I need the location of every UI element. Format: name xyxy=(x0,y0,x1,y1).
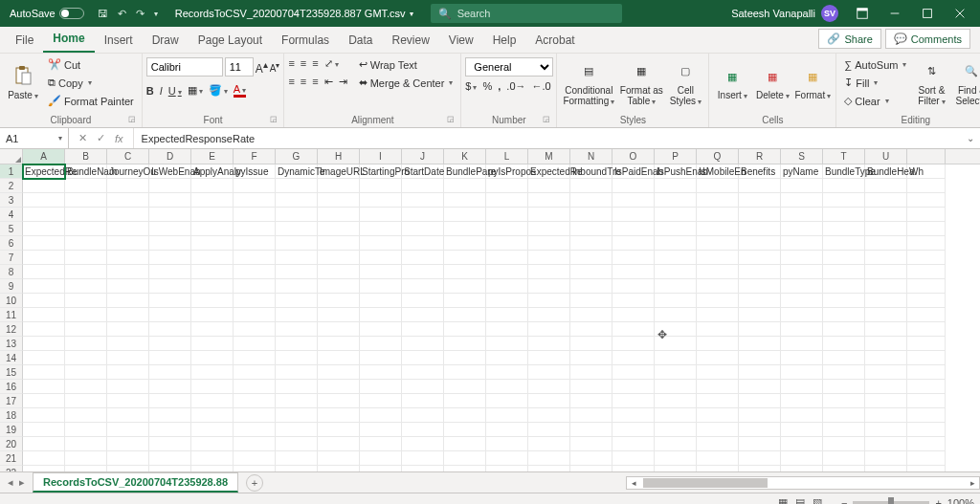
cell[interactable] xyxy=(739,466,781,471)
cell[interactable] xyxy=(697,351,739,365)
cell[interactable] xyxy=(65,179,107,193)
cell[interactable] xyxy=(612,265,655,279)
cell[interactable] xyxy=(191,251,234,265)
cell[interactable] xyxy=(234,322,276,337)
cell[interactable] xyxy=(23,193,65,208)
share-button[interactable]: 🔗Share xyxy=(818,29,880,49)
cell[interactable] xyxy=(739,437,781,451)
cell[interactable] xyxy=(444,423,486,437)
cell[interactable] xyxy=(107,466,149,471)
cell[interactable] xyxy=(402,279,444,294)
cell[interactable] xyxy=(234,466,276,471)
cell[interactable] xyxy=(823,179,865,193)
save-icon[interactable]: 🖫 xyxy=(98,8,108,19)
cell[interactable] xyxy=(318,337,360,351)
cell[interactable] xyxy=(697,451,739,466)
cell[interactable] xyxy=(149,193,191,208)
cell[interactable] xyxy=(739,423,781,437)
cell[interactable] xyxy=(107,193,149,208)
close-button[interactable] xyxy=(944,0,976,27)
cell[interactable] xyxy=(865,265,907,279)
cell[interactable] xyxy=(528,351,570,365)
cell[interactable] xyxy=(697,322,739,337)
cell[interactable] xyxy=(823,222,865,236)
cell[interactable] xyxy=(65,236,107,251)
cell[interactable] xyxy=(149,380,191,394)
cell[interactable] xyxy=(360,380,402,394)
cell[interactable] xyxy=(360,394,402,408)
cell[interactable] xyxy=(276,394,318,408)
tab-acrobat[interactable]: Acrobat xyxy=(525,28,584,53)
cell[interactable] xyxy=(444,208,486,222)
cell[interactable] xyxy=(570,179,612,193)
cell[interactable] xyxy=(570,308,612,322)
qat-dropdown-icon[interactable]: ▾ xyxy=(154,10,158,18)
cell[interactable]: ImageURL xyxy=(318,164,360,179)
paste-button[interactable]: Paste xyxy=(4,55,42,111)
cell[interactable] xyxy=(570,236,612,251)
cell[interactable] xyxy=(528,265,570,279)
cell[interactable] xyxy=(865,208,907,222)
cell[interactable] xyxy=(865,236,907,251)
cell[interactable] xyxy=(486,423,528,437)
decrease-font-icon[interactable]: A▾ xyxy=(270,60,280,74)
row-header[interactable]: 8 xyxy=(0,265,23,279)
cell[interactable] xyxy=(65,337,107,351)
minimize-button[interactable] xyxy=(879,0,911,27)
accounting-format-icon[interactable]: $ xyxy=(465,80,477,92)
cell[interactable] xyxy=(65,423,107,437)
cell[interactable] xyxy=(23,208,65,222)
cell[interactable] xyxy=(444,236,486,251)
cell[interactable] xyxy=(781,193,823,208)
normal-view-icon[interactable]: ▦ xyxy=(778,496,788,504)
cell[interactable] xyxy=(444,222,486,236)
cell[interactable] xyxy=(149,251,191,265)
cell[interactable] xyxy=(65,322,107,337)
cell[interactable] xyxy=(23,236,65,251)
column-header[interactable]: T xyxy=(823,149,865,164)
cell[interactable] xyxy=(402,322,444,337)
cell[interactable] xyxy=(234,265,276,279)
cell[interactable] xyxy=(276,337,318,351)
cell[interactable] xyxy=(907,251,946,265)
comments-button[interactable]: 💬Comments xyxy=(885,29,970,49)
comma-format-icon[interactable]: , xyxy=(498,80,501,92)
cell[interactable] xyxy=(697,394,739,408)
cell[interactable] xyxy=(865,437,907,451)
cell[interactable] xyxy=(234,451,276,466)
cell[interactable] xyxy=(234,251,276,265)
tab-home[interactable]: Home xyxy=(43,26,94,53)
column-header[interactable]: M xyxy=(528,149,570,164)
cell[interactable] xyxy=(781,337,823,351)
cell-styles-button[interactable]: ▢Cell Styles xyxy=(666,55,704,111)
cell[interactable] xyxy=(276,451,318,466)
wrap-text-button[interactable]: ↩Wrap Text xyxy=(355,55,457,74)
cell[interactable]: BundleType xyxy=(823,164,865,179)
cell[interactable] xyxy=(318,351,360,365)
cell[interactable] xyxy=(823,265,865,279)
cell[interactable] xyxy=(823,437,865,451)
cell[interactable] xyxy=(191,351,234,365)
cell[interactable] xyxy=(865,351,907,365)
cell[interactable] xyxy=(823,208,865,222)
cell[interactable] xyxy=(486,222,528,236)
cell[interactable]: ApplyAnaly xyxy=(191,164,234,179)
cell[interactable] xyxy=(360,365,402,380)
cell[interactable] xyxy=(823,193,865,208)
cell[interactable] xyxy=(697,208,739,222)
cell[interactable] xyxy=(402,294,444,308)
cell[interactable] xyxy=(149,466,191,471)
cancel-formula-icon[interactable]: ✕ xyxy=(78,132,87,144)
align-middle-icon[interactable]: ≡ xyxy=(301,57,306,70)
redo-icon[interactable]: ↷ xyxy=(136,8,145,20)
cell[interactable] xyxy=(865,423,907,437)
cell[interactable] xyxy=(486,351,528,365)
cell[interactable] xyxy=(655,208,697,222)
cell[interactable] xyxy=(655,337,697,351)
cell[interactable] xyxy=(23,322,65,337)
column-header[interactable]: N xyxy=(570,149,612,164)
cell[interactable] xyxy=(360,451,402,466)
fill-button[interactable]: ↧Fill xyxy=(840,74,910,92)
cell[interactable] xyxy=(528,365,570,380)
cell[interactable] xyxy=(528,423,570,437)
